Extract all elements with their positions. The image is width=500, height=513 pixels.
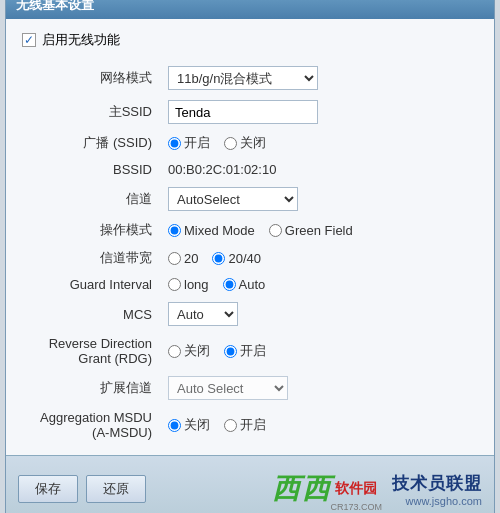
value-amsdu: 关闭 开启 — [162, 405, 478, 445]
table-row: 信道 AutoSelect 123 456 789 1011 — [22, 182, 478, 216]
tech-url: www.jsgho.com — [392, 495, 482, 507]
amsdu-on-option[interactable]: 开启 — [224, 416, 266, 434]
mixed-mode-option[interactable]: Mixed Mode — [168, 223, 255, 238]
guard-auto-radio[interactable] — [223, 278, 236, 291]
settings-table: 网络模式 11b/g/n混合模式 11b模式 11g模式 11n模式 主SSID — [22, 61, 478, 445]
broadcast-on-radio[interactable] — [168, 137, 181, 150]
value-bssid: 00:B0:2C:01:02:10 — [162, 157, 478, 182]
tech-title: 技术员联盟 — [392, 472, 482, 495]
broadcast-on-label: 开启 — [184, 134, 210, 152]
bw-2040-option[interactable]: 20/40 — [212, 251, 261, 266]
amsdu-off-option[interactable]: 关闭 — [168, 416, 210, 434]
value-network-mode: 11b/g/n混合模式 11b模式 11g模式 11n模式 — [162, 61, 478, 95]
main-window: 无线基本设置 ✓ 启用无线功能 网络模式 11b/g/n混合模式 11b模式 — [5, 0, 495, 513]
broadcast-on-option[interactable]: 开启 — [168, 134, 210, 152]
bw-20-label: 20 — [184, 251, 198, 266]
bw-2040-radio[interactable] — [212, 252, 225, 265]
label-rdg: Reverse Direction Grant (RDG) — [22, 331, 162, 371]
bottom-bar: 保存 还原 西西 软件园 CR173.COM 技术员联盟 www.jsgho.c… — [6, 455, 494, 513]
bw-2040-label: 20/40 — [228, 251, 261, 266]
channel-select[interactable]: AutoSelect 123 456 789 1011 — [168, 187, 298, 211]
ext-channel-select[interactable]: Auto Select — [168, 376, 288, 400]
guard-long-option[interactable]: long — [168, 277, 209, 292]
table-row: Guard Interval long Auto — [22, 272, 478, 297]
bssid-value: 00:B0:2C:01:02:10 — [168, 162, 276, 177]
enable-label[interactable]: 启用无线功能 — [42, 31, 120, 49]
green-field-label: Green Field — [285, 223, 353, 238]
label-network-mode: 网络模式 — [22, 61, 162, 95]
bandwidth-radio-group: 20 20/40 — [168, 251, 472, 266]
button-group: 保存 还原 — [18, 475, 146, 503]
logo-url: CR173.COM — [330, 502, 382, 512]
table-row: 操作模式 Mixed Mode Green Field — [22, 216, 478, 244]
value-bandwidth: 20 20/40 — [162, 244, 478, 272]
rdg-on-radio[interactable] — [224, 345, 237, 358]
table-row: Aggregation MSDU (A-MSDU) 关闭 开启 — [22, 405, 478, 445]
tech-text-area: 技术员联盟 www.jsgho.com — [392, 472, 482, 507]
reset-button[interactable]: 还原 — [86, 475, 146, 503]
label-bandwidth: 信道带宽 — [22, 244, 162, 272]
green-field-radio[interactable] — [269, 224, 282, 237]
rdg-off-radio[interactable] — [168, 345, 181, 358]
broadcast-off-option[interactable]: 关闭 — [224, 134, 266, 152]
opmode-radio-group: Mixed Mode Green Field — [168, 223, 472, 238]
label-ext-channel: 扩展信道 — [22, 371, 162, 405]
green-field-option[interactable]: Green Field — [269, 223, 353, 238]
checkbox-check-icon: ✓ — [24, 33, 34, 47]
label-mcs: MCS — [22, 297, 162, 331]
rdg-on-option[interactable]: 开启 — [224, 342, 266, 360]
guard-auto-option[interactable]: Auto — [223, 277, 266, 292]
label-channel: 信道 — [22, 182, 162, 216]
label-broadcast: 广播 (SSID) — [22, 129, 162, 157]
broadcast-off-radio[interactable] — [224, 137, 237, 150]
table-row: 主SSID — [22, 95, 478, 129]
label-amsdu: Aggregation MSDU (A-MSDU) — [22, 405, 162, 445]
value-mcs: Auto 0123 — [162, 297, 478, 331]
label-op-mode: 操作模式 — [22, 216, 162, 244]
guard-long-radio[interactable] — [168, 278, 181, 291]
mixed-mode-label: Mixed Mode — [184, 223, 255, 238]
guard-radio-group: long Auto — [168, 277, 472, 292]
label-bssid: BSSID — [22, 157, 162, 182]
value-channel: AutoSelect 123 456 789 1011 — [162, 182, 478, 216]
ssid-input[interactable] — [168, 100, 318, 124]
value-ext-channel: Auto Select — [162, 371, 478, 405]
value-op-mode: Mixed Mode Green Field — [162, 216, 478, 244]
broadcast-radio-group: 开启 关闭 — [168, 134, 472, 152]
guard-auto-label: Auto — [239, 277, 266, 292]
amsdu-on-label: 开启 — [240, 416, 266, 434]
mixed-mode-radio[interactable] — [168, 224, 181, 237]
amsdu-radio-group: 关闭 开启 — [168, 416, 472, 434]
save-button[interactable]: 保存 — [18, 475, 78, 503]
table-row: BSSID 00:B0:2C:01:02:10 — [22, 157, 478, 182]
logo-software: 软件园 — [335, 480, 377, 498]
amsdu-off-label: 关闭 — [184, 416, 210, 434]
guard-long-label: long — [184, 277, 209, 292]
broadcast-off-label: 关闭 — [240, 134, 266, 152]
bw-20-option[interactable]: 20 — [168, 251, 198, 266]
network-mode-select[interactable]: 11b/g/n混合模式 11b模式 11g模式 11n模式 — [168, 66, 318, 90]
enable-row: ✓ 启用无线功能 — [22, 31, 478, 49]
table-row: 广播 (SSID) 开启 关闭 — [22, 129, 478, 157]
logo-chinese: 西西 — [272, 470, 332, 508]
table-row: 网络模式 11b/g/n混合模式 11b模式 11g模式 11n模式 — [22, 61, 478, 95]
logo-area: 西西 软件园 CR173.COM — [264, 464, 384, 513]
amsdu-off-radio[interactable] — [168, 419, 181, 432]
label-guard-interval: Guard Interval — [22, 272, 162, 297]
rdg-on-label: 开启 — [240, 342, 266, 360]
value-rdg: 关闭 开启 — [162, 331, 478, 371]
label-ssid: 主SSID — [22, 95, 162, 129]
value-guard-interval: long Auto — [162, 272, 478, 297]
mcs-select[interactable]: Auto 0123 — [168, 302, 238, 326]
rdg-off-option[interactable]: 关闭 — [168, 342, 210, 360]
bw-20-radio[interactable] — [168, 252, 181, 265]
watermark-area: 西西 软件园 CR173.COM 技术员联盟 www.jsgho.com — [264, 464, 482, 513]
value-broadcast: 开启 关闭 — [162, 129, 478, 157]
enable-checkbox[interactable]: ✓ — [22, 33, 36, 47]
rdg-radio-group: 关闭 开启 — [168, 342, 472, 360]
rdg-off-label: 关闭 — [184, 342, 210, 360]
content-area: ✓ 启用无线功能 网络模式 11b/g/n混合模式 11b模式 11g模式 11… — [6, 19, 494, 455]
table-row: 扩展信道 Auto Select — [22, 371, 478, 405]
title-bar: 无线基本设置 — [6, 0, 494, 19]
amsdu-on-radio[interactable] — [224, 419, 237, 432]
